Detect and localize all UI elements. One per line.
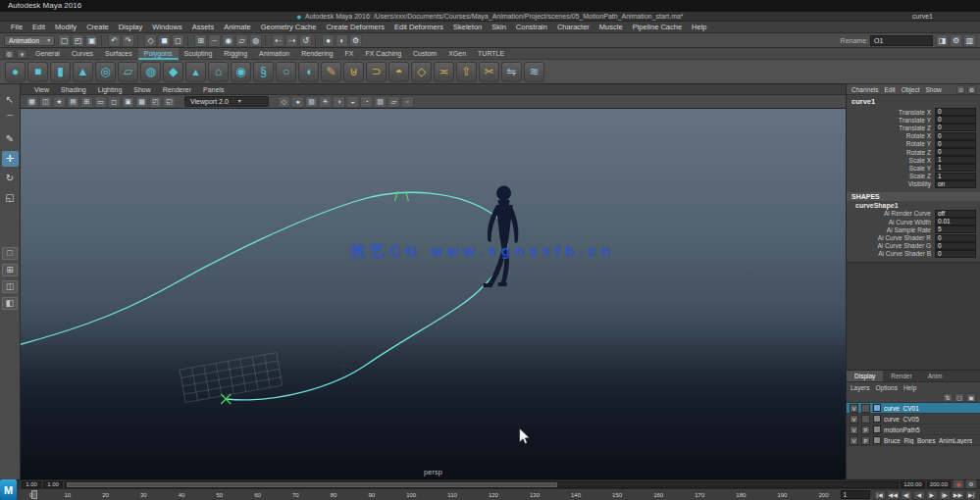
shelf-tab-fx[interactable]: FX	[339, 48, 360, 60]
snap-plane-icon[interactable]: ▱	[235, 34, 248, 47]
save-scene-icon[interactable]: ▣	[85, 34, 98, 47]
panel-menu-item[interactable]: Lighting	[92, 86, 129, 93]
menu-item[interactable]: Skin	[487, 23, 511, 31]
ground-plane-grid[interactable]	[180, 353, 283, 403]
layout-single-pane-button[interactable]: □	[2, 247, 18, 260]
time-tick-label[interactable]: 70	[292, 492, 299, 498]
shelf-options-icon[interactable]: ▾	[17, 49, 27, 59]
channel-box-menu-item[interactable]: Show	[924, 86, 942, 93]
film-gate-icon[interactable]: ▭	[94, 96, 107, 108]
poly-plane-icon[interactable]: ▱	[118, 62, 138, 82]
playback-start-field[interactable]: 1.00	[43, 481, 63, 488]
textured-icon[interactable]: ▧	[305, 96, 318, 108]
panel-menu-item[interactable]: View	[28, 86, 55, 93]
layer-editor-menu-item[interactable]: Options	[876, 384, 898, 391]
poly-superellipse-icon[interactable]: ◖	[298, 62, 319, 82]
layer-type-toggle[interactable]	[861, 415, 870, 424]
poly-soccer-ball-icon[interactable]: ○	[276, 62, 296, 82]
paint-select-tool[interactable]: ✎	[2, 131, 19, 147]
menu-item[interactable]: Display	[114, 23, 148, 31]
bevel-icon[interactable]: ◇	[411, 62, 432, 82]
channel-value-field[interactable]: 0	[935, 148, 976, 156]
poly-disc-icon[interactable]: ◍	[140, 62, 161, 82]
poly-torus-icon[interactable]: ◎	[95, 62, 116, 82]
new-empty-layer-icon[interactable]: ▢	[954, 393, 964, 402]
menu-item[interactable]: Pipeline Cache	[628, 23, 687, 31]
shelf-tab-sculpting[interactable]: Sculpting	[179, 48, 219, 60]
menu-item[interactable]: Create Deformers	[321, 23, 389, 31]
layout-four-pane-button[interactable]: ⊞	[2, 264, 18, 276]
safe-action-icon[interactable]: ◰	[149, 96, 162, 108]
time-tick-label[interactable]: 130	[530, 492, 540, 498]
boolean-union-icon[interactable]: ◓	[388, 62, 409, 82]
view-grid-icon[interactable]: ⊞	[80, 96, 93, 108]
menu-item[interactable]: Windows	[147, 23, 186, 31]
layer-editor-menu-item[interactable]: Help	[903, 384, 916, 391]
channel-label[interactable]: Ai Sample Rate	[847, 226, 935, 233]
layer-row[interactable]: V curve_CV01	[847, 403, 980, 414]
channel-label[interactable]: Translate X	[847, 109, 935, 116]
channel-label[interactable]: Rotate Z	[847, 149, 935, 156]
lighting-icon[interactable]: ☀	[319, 96, 332, 108]
poly-pipe-icon[interactable]: ◉	[231, 62, 251, 82]
channel-value-field[interactable]: on	[935, 180, 976, 188]
channel-box-toggle-icon[interactable]: ▥	[963, 34, 976, 47]
menu-item[interactable]: Modify	[50, 23, 81, 31]
channel-label[interactable]: Ai Curve Shader G	[847, 242, 935, 249]
poly-prism-icon[interactable]: ⌂	[208, 62, 229, 82]
bookmark-icon[interactable]: ★	[53, 96, 66, 108]
multi-cut-icon[interactable]: ✂	[479, 62, 499, 82]
go-to-end-button[interactable]: ▶|	[965, 490, 977, 500]
channel-value-field[interactable]: 1	[935, 156, 976, 164]
tool-settings-toggle-icon[interactable]: ⚙	[950, 34, 962, 47]
sculpt-tool-icon[interactable]: ✎	[321, 62, 341, 82]
shelf-tab-turtle[interactable]: TURTLE	[472, 48, 510, 60]
channel-label[interactable]: Scale X	[847, 157, 935, 164]
select-object-icon[interactable]: ◼	[158, 34, 171, 47]
layer-tab-anim[interactable]: Anim	[920, 371, 951, 381]
viewport-renderer-select[interactable]: Viewport 2.0 ▾	[184, 96, 269, 107]
xray-icon[interactable]: ▱	[387, 96, 400, 108]
menu-item[interactable]: Edit	[27, 23, 50, 31]
screen-ao-icon[interactable]: ◒	[346, 96, 359, 108]
selected-object-name[interactable]: curve1	[847, 95, 980, 108]
channel-value-field[interactable]: 1	[935, 164, 976, 172]
select-component-icon[interactable]: ◻	[172, 34, 184, 47]
channel-box-menu-item[interactable]: Object	[901, 86, 921, 93]
channel-value-field[interactable]: 0	[935, 116, 976, 124]
maya-dock-icon[interactable]: M	[0, 479, 17, 500]
separator[interactable]	[101, 35, 105, 46]
shelf-tab-curves[interactable]: Curves	[66, 48, 99, 60]
time-tick-label[interactable]: 30	[140, 492, 147, 498]
poly-cube-icon[interactable]: ■	[27, 62, 48, 82]
scale-tool[interactable]: ◱	[2, 190, 19, 206]
play-forwards-button[interactable]: ▶	[926, 490, 938, 500]
rotate-tool[interactable]: ↻	[2, 171, 19, 186]
panel-menu-item[interactable]: Shading	[55, 86, 92, 93]
channel-label[interactable]: Rotate Y	[847, 140, 935, 147]
menu-item[interactable]: Muscle	[594, 23, 628, 31]
channel-box-menu-item[interactable]: Edit	[883, 86, 896, 93]
channel-label[interactable]: Rotate X	[847, 132, 935, 139]
snap-curve-icon[interactable]: ~	[208, 34, 221, 47]
step-forward-frame-button[interactable]: ▶▶	[952, 490, 964, 500]
rename-input[interactable]: O1	[870, 35, 933, 46]
bridge-icon[interactable]: ≍	[434, 62, 454, 82]
time-tick-label[interactable]: 110	[447, 492, 457, 498]
layer-row[interactable]: V P motionPath5	[847, 425, 980, 435]
menu-item[interactable]: Skeleton	[448, 23, 487, 31]
channel-label[interactable]: Ai Curve Shader B	[847, 250, 935, 257]
poly-sphere-icon[interactable]: ●	[5, 62, 26, 82]
separator[interactable]	[265, 35, 269, 46]
time-tick-label[interactable]: 120	[489, 492, 498, 498]
layer-row[interactable]: V curve_CV05	[847, 414, 980, 425]
channel-value-field[interactable]: 0	[935, 242, 976, 250]
viewport-3d-scene[interactable]	[21, 109, 846, 479]
channel-label[interactable]: Ai Render Curve	[847, 210, 935, 217]
new-layer-from-selected-icon[interactable]: ▣	[966, 393, 976, 402]
shelf-tab-general[interactable]: General	[29, 48, 66, 60]
make-live-icon[interactable]: ◍	[249, 34, 262, 47]
input-connections-icon[interactable]: ⇠	[272, 34, 284, 47]
channel-label[interactable]: Translate Y	[847, 117, 935, 124]
time-tick-label[interactable]: 160	[653, 492, 663, 498]
